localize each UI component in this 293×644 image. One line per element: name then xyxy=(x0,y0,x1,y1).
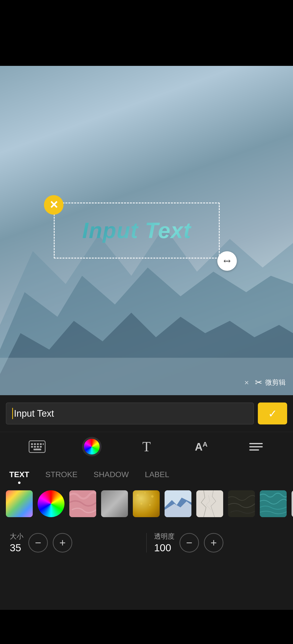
svg-point-19 xyxy=(151,495,154,498)
resize-handle[interactable]: ⤢ xyxy=(217,251,237,271)
micro-edit-bar: × ✂ 微剪辑 xyxy=(241,377,286,388)
swatch-cracked[interactable] xyxy=(196,490,223,517)
delete-button[interactable]: ✕ xyxy=(44,195,64,215)
cracked-svg xyxy=(196,490,223,517)
font-T-icon: T xyxy=(142,439,151,454)
blue-white-svg xyxy=(165,490,191,517)
svg-rect-3 xyxy=(0,358,293,395)
opacity-value: 100 xyxy=(154,542,171,554)
svg-rect-10 xyxy=(31,446,33,448)
swatches-row xyxy=(0,483,293,524)
scissors-icon: ✂ xyxy=(255,377,262,388)
color-wheel-icon xyxy=(84,438,100,455)
opacity-plus-icon: + xyxy=(210,537,217,549)
svg-rect-12 xyxy=(37,446,39,448)
opacity-minus-icon: − xyxy=(186,537,192,549)
tab-stroke[interactable]: STROKE xyxy=(44,466,80,483)
swatch-pink-texture[interactable] xyxy=(69,490,96,517)
gold-texture-svg xyxy=(133,490,160,517)
swatch-rainbow[interactable] xyxy=(6,490,33,517)
micro-edit-close-icon[interactable]: × xyxy=(241,377,252,388)
swatch-blue-white[interactable] xyxy=(165,490,191,517)
svg-rect-6 xyxy=(34,443,36,445)
input-row: ✓ xyxy=(0,395,293,432)
swatch-light-gray[interactable] xyxy=(291,490,293,517)
svg-rect-16 xyxy=(133,490,160,517)
align-icon xyxy=(247,440,265,453)
svg-point-18 xyxy=(144,492,146,494)
mountain-background xyxy=(0,132,293,395)
font-size-icon: AA xyxy=(195,440,207,453)
controls-divider xyxy=(146,533,147,552)
controls-row: 大小 35 − + 透明度 100 − + xyxy=(0,524,293,561)
close-icon: ✕ xyxy=(49,200,58,210)
keyboard-button[interactable] xyxy=(27,437,47,456)
font-style-button[interactable]: T xyxy=(137,437,156,456)
svg-rect-8 xyxy=(40,443,42,445)
text-cursor xyxy=(12,408,13,419)
dark-texture-svg xyxy=(228,490,255,517)
canvas-area: ✕ Input Text ⤢ × ✂ 微剪辑 xyxy=(0,66,293,395)
keyboard-icon xyxy=(29,440,46,453)
align-button[interactable] xyxy=(246,437,266,456)
color-wheel-button[interactable] xyxy=(82,437,102,456)
canvas-text-container[interactable]: ✕ Input Text ⤢ xyxy=(44,202,229,264)
swatch-teal-texture[interactable] xyxy=(260,490,287,517)
size-increase-button[interactable]: + xyxy=(53,533,72,552)
tab-text[interactable]: TEXT xyxy=(7,466,31,483)
minus-icon: − xyxy=(35,537,41,549)
pink-texture-svg xyxy=(69,490,96,517)
svg-rect-23 xyxy=(196,490,223,517)
canvas-text[interactable]: Input Text xyxy=(56,206,217,255)
bottom-space xyxy=(0,561,293,610)
swatch-gold-texture[interactable] xyxy=(133,490,160,517)
opacity-label: 透明度 xyxy=(154,532,175,541)
checkmark-icon: ✓ xyxy=(268,408,277,420)
size-label: 大小 xyxy=(10,532,24,541)
confirm-button[interactable]: ✓ xyxy=(258,402,287,424)
tab-label[interactable]: LABEL xyxy=(143,466,171,483)
size-decrease-button[interactable]: − xyxy=(28,533,48,552)
opacity-control-group: 透明度 100 − + xyxy=(154,532,283,554)
svg-point-20 xyxy=(140,503,142,505)
swatch-color-wheel[interactable] xyxy=(38,490,65,517)
svg-rect-25 xyxy=(260,490,287,517)
opacity-label-block: 透明度 100 xyxy=(154,532,175,554)
font-size-button[interactable]: AA xyxy=(191,437,211,456)
toolbar-row: T AA xyxy=(0,432,293,461)
opacity-increase-button[interactable]: + xyxy=(204,533,223,552)
svg-point-17 xyxy=(137,494,139,496)
text-input[interactable] xyxy=(14,408,247,419)
top-bar xyxy=(0,0,293,66)
teal-texture-svg xyxy=(260,490,287,517)
svg-rect-14 xyxy=(34,448,41,450)
tab-shadow[interactable]: SHADOW xyxy=(92,466,131,483)
svg-rect-13 xyxy=(40,446,42,448)
tabs-row: TEXT STROKE SHADOW LABEL xyxy=(0,461,293,483)
swatch-dark-texture[interactable] xyxy=(228,490,255,517)
svg-point-21 xyxy=(149,504,151,506)
resize-icon: ⤢ xyxy=(221,255,233,267)
svg-rect-11 xyxy=(34,446,36,448)
micro-edit-label: 微剪辑 xyxy=(265,378,286,387)
svg-rect-7 xyxy=(37,443,39,445)
opacity-decrease-button[interactable]: − xyxy=(179,533,199,552)
size-label-block: 大小 35 xyxy=(10,532,24,554)
bottom-panel: ✓ T xyxy=(0,395,293,610)
plus-icon: + xyxy=(59,537,66,549)
svg-rect-9 xyxy=(43,443,44,445)
size-control-group: 大小 35 − + xyxy=(10,532,139,554)
swatch-gray-texture[interactable] xyxy=(101,490,128,517)
svg-rect-5 xyxy=(31,443,33,445)
size-value: 35 xyxy=(10,542,21,554)
